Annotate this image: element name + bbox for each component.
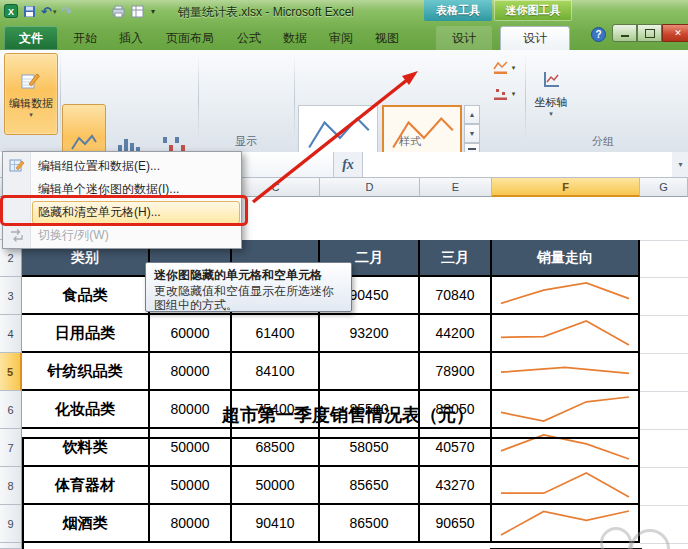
chevron-down-icon: ▾ <box>29 111 33 118</box>
value-cell[interactable]: 86500 <box>320 505 420 543</box>
column-header-C[interactable]: C <box>232 178 320 197</box>
axis-label: 坐标轴 <box>535 96 568 108</box>
category-cell[interactable]: 食品类 <box>22 277 150 315</box>
category-cell[interactable]: 饮料类 <box>22 429 150 467</box>
sparkline-cell[interactable] <box>492 277 640 315</box>
formula-bar-expand-icon[interactable]: ▾ <box>673 152 688 177</box>
category-cell[interactable]: 日用品类 <box>22 315 150 353</box>
insert-function-icon[interactable]: fx <box>336 152 360 177</box>
qat-more-icon[interactable]: ▾ <box>151 4 155 19</box>
value-cell[interactable]: 44200 <box>420 315 492 353</box>
header-cell-销量走向[interactable]: 销量走向 <box>492 240 640 277</box>
category-cell[interactable]: 体育器材 <box>22 467 150 505</box>
value-cell[interactable]: 61400 <box>232 315 320 353</box>
tab-公式[interactable]: 公式 <box>226 26 272 50</box>
tab-design-2[interactable]: 设计 <box>500 26 570 51</box>
category-cell[interactable]: 化妆品类 <box>22 391 150 429</box>
sparkline <box>495 279 635 311</box>
menu-item-2[interactable]: 编辑单个迷你图的数据(I)... <box>33 178 239 201</box>
axis-button[interactable]: 坐标轴 ▾ <box>530 54 572 132</box>
show-group-label: 显示 <box>200 134 292 148</box>
column-header-D[interactable]: D <box>320 178 420 197</box>
edit-data-button[interactable]: 编辑数据 ▾ <box>4 53 58 135</box>
row-header-5[interactable]: 5 <box>0 353 22 391</box>
marker-color-button[interactable]: ▾ <box>486 82 522 106</box>
gridline <box>640 505 688 506</box>
window-title: 销量统计表.xlsx - Microsoft Excel <box>178 4 354 21</box>
value-cell[interactable]: 90650 <box>420 505 492 543</box>
tab-插入[interactable]: 插入 <box>108 26 154 50</box>
row-header-9[interactable]: 9 <box>0 505 22 543</box>
column-header-E[interactable]: E <box>420 178 492 197</box>
row-header-4[interactable]: 4 <box>0 315 22 353</box>
gridline <box>640 277 688 278</box>
value-cell[interactable]: 50000 <box>150 429 232 467</box>
tab-数据[interactable]: 数据 <box>272 26 318 50</box>
value-cell[interactable]: 85650 <box>320 467 420 505</box>
value-cell[interactable]: 60000 <box>150 315 232 353</box>
value-cell[interactable]: 93200 <box>320 315 420 353</box>
value-cell[interactable]: 80000 <box>150 505 232 543</box>
column-header-F[interactable]: F <box>492 178 640 197</box>
formula-input[interactable] <box>362 152 672 177</box>
value-cell[interactable]: 90410 <box>232 505 320 543</box>
save-icon[interactable] <box>23 4 36 19</box>
menu-item-1[interactable]: 编辑组位置和数据(E)... <box>33 155 239 178</box>
print-icon[interactable] <box>112 4 125 19</box>
sheet-title-cell[interactable]: 超市第一季度销售情况表（元） <box>222 394 474 437</box>
row-header-3[interactable]: 3 <box>0 277 22 315</box>
minimize-icon <box>621 35 629 37</box>
gridline <box>640 315 688 316</box>
close-button[interactable]: ✕ <box>662 24 688 42</box>
header-cell-三月[interactable]: 三月 <box>420 240 492 277</box>
tab-开始[interactable]: 开始 <box>62 26 108 50</box>
row-header-6[interactable]: 6 <box>0 391 22 429</box>
value-cell[interactable]: 80000 <box>150 391 232 429</box>
value-cell[interactable] <box>320 353 420 391</box>
row-header-8[interactable]: 8 <box>0 467 22 505</box>
table-icon[interactable] <box>131 4 144 19</box>
sparkline-cell-selected[interactable] <box>492 353 640 391</box>
ribbon-divider <box>525 54 526 144</box>
row-header-partial <box>0 543 22 549</box>
sparkline-tools-contextual-label: 迷你图工具 <box>494 0 572 21</box>
column-header-G[interactable]: G <box>640 178 688 197</box>
menu-item-3[interactable]: 隐藏和清空单元格(H)... <box>32 201 240 224</box>
redo-icon[interactable]: ↷ <box>61 4 72 19</box>
undo-icon[interactable]: ↶▾ <box>41 4 56 19</box>
value-cell[interactable]: 50000 <box>150 467 232 505</box>
sparkline-cell[interactable] <box>492 429 640 467</box>
value-cell[interactable]: 70840 <box>420 277 492 315</box>
gridline <box>640 353 688 354</box>
row-header-7[interactable]: 7 <box>0 429 22 467</box>
value-cell[interactable]: 78900 <box>420 353 492 391</box>
ribbon-divider <box>60 54 61 144</box>
edit-data-label: 编辑数据 <box>9 97 53 109</box>
value-cell[interactable]: 80000 <box>150 353 232 391</box>
sparkline-cell[interactable] <box>492 505 640 543</box>
quick-access-toolbar: X ↶▾ ↷ <box>4 3 72 19</box>
menu-item-4[interactable]: 切换行/列(W) <box>33 224 239 247</box>
marker-color-icon <box>493 87 509 101</box>
sparkline-cell[interactable] <box>492 467 640 505</box>
value-cell[interactable]: 84100 <box>232 353 320 391</box>
maximize-button[interactable] <box>637 24 662 42</box>
tab-页面布局[interactable]: 页面布局 <box>154 26 226 50</box>
help-icon[interactable]: ? <box>591 27 606 42</box>
style-gallery-up-icon[interactable]: ▲ <box>464 105 480 124</box>
sparkline-cell[interactable] <box>492 391 640 429</box>
sparkline-cell[interactable] <box>492 315 640 353</box>
category-cell[interactable]: 针纺织品类 <box>22 353 150 391</box>
tab-design-1[interactable]: 设计 <box>436 26 492 50</box>
excel-logo-icon[interactable]: X <box>4 4 18 19</box>
minimize-button[interactable] <box>612 24 637 42</box>
category-cell[interactable]: 烟酒类 <box>22 505 150 543</box>
tab-审阅[interactable]: 审阅 <box>318 26 364 50</box>
sparkline <box>495 431 635 463</box>
sparkline-color-button[interactable]: ▾ <box>486 56 522 80</box>
value-cell[interactable]: 43270 <box>420 467 492 505</box>
tab-视图[interactable]: 视图 <box>364 26 410 50</box>
value-cell[interactable]: 50000 <box>232 467 320 505</box>
menu-item-icon-1 <box>9 158 25 174</box>
tab-file[interactable]: 文件 <box>4 26 58 50</box>
